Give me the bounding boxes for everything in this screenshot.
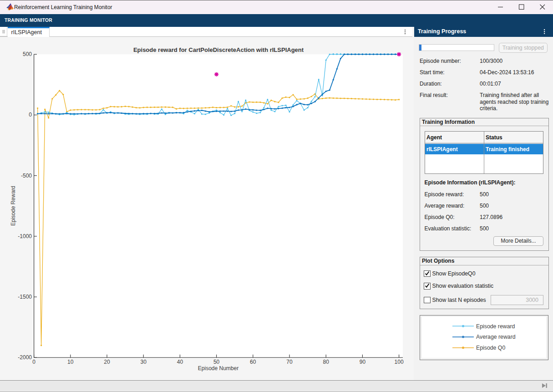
svg-text:-1500: -1500 xyxy=(18,294,32,300)
svg-text:-2000: -2000 xyxy=(18,354,32,361)
svg-text:Episode Number: Episode Number xyxy=(198,365,238,372)
svg-text:-500: -500 xyxy=(21,173,32,179)
svg-text:10: 10 xyxy=(67,359,74,365)
svg-text:70: 70 xyxy=(286,359,293,365)
svg-text:0: 0 xyxy=(32,359,36,365)
svg-text:Episode reward: Episode reward xyxy=(476,323,515,330)
svg-text:500: 500 xyxy=(23,51,32,57)
svg-text:Episode Reward: Episode Reward xyxy=(10,186,16,226)
svg-text:80: 80 xyxy=(323,359,330,365)
svg-text:Episode Q0: Episode Q0 xyxy=(476,345,505,351)
svg-text:60: 60 xyxy=(250,359,256,365)
svg-text:-1000: -1000 xyxy=(18,233,32,239)
svg-text:Episode reward for CartPoleDis: Episode reward for CartPoleDiscreteActio… xyxy=(133,46,304,53)
svg-text:30: 30 xyxy=(141,359,147,365)
svg-text:Average reward: Average reward xyxy=(476,334,516,341)
svg-text:20: 20 xyxy=(104,359,110,365)
svg-text:90: 90 xyxy=(360,359,366,365)
svg-text:100: 100 xyxy=(395,359,404,365)
svg-text:40: 40 xyxy=(177,359,183,365)
svg-text:0: 0 xyxy=(29,112,32,118)
svg-text:50: 50 xyxy=(213,359,220,365)
